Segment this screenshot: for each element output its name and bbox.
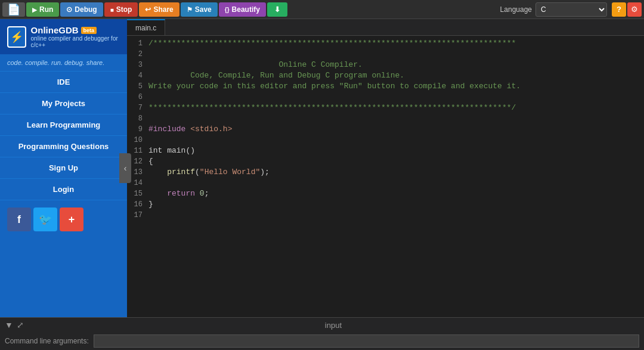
cmd-args-row: Command line arguments:: [0, 332, 644, 350]
expand-icon: ▼: [5, 320, 13, 330]
new-file-button[interactable]: 📄: [2, 2, 25, 17]
line-number: 10: [127, 135, 148, 145]
stop-label: Stop: [116, 5, 132, 14]
line-number: 9: [127, 124, 148, 135]
download-icon: [274, 5, 280, 14]
line-content: [148, 178, 644, 188]
brand-name: OnlineGDB: [31, 25, 79, 35]
line-content: [148, 49, 644, 60]
line-content: #include <stdio.h>: [148, 124, 644, 135]
stop-button[interactable]: Stop: [104, 2, 138, 17]
table-row: 1/**************************************…: [127, 38, 644, 49]
sidebar-item-my-projects[interactable]: My Projects: [0, 93, 127, 114]
plus-icon: +: [69, 213, 75, 226]
line-number: 16: [127, 199, 148, 210]
stop-icon: [110, 5, 114, 14]
tab-label: main.c: [135, 24, 156, 32]
twitter-button[interactable]: 🐦: [33, 207, 57, 231]
resize-icon-button[interactable]: ⤢: [17, 320, 24, 330]
plus-button[interactable]: +: [60, 207, 83, 231]
sidebar-item-learn-programming[interactable]: Learn Programming: [0, 114, 127, 136]
line-content: [148, 113, 644, 124]
editor-area: main.c 1/*******************************…: [127, 19, 644, 317]
table-row: 14: [127, 178, 644, 188]
share-icon: [145, 5, 151, 14]
line-content: ****************************************…: [148, 103, 644, 113]
line-number: 17: [127, 210, 148, 221]
table-row: 2: [127, 49, 644, 60]
line-content: {: [148, 156, 644, 167]
table-row: 7***************************************…: [127, 103, 644, 113]
settings-button[interactable]: ⚙: [627, 2, 642, 17]
editor-content[interactable]: 1/**************************************…: [127, 36, 644, 317]
download-button[interactable]: [267, 2, 287, 17]
line-content: [148, 210, 644, 221]
run-label: Run: [39, 5, 53, 14]
line-number: 2: [127, 49, 148, 60]
main-body: ⚡ OnlineGDB beta online compiler and deb…: [0, 19, 644, 317]
facebook-button[interactable]: f: [7, 207, 31, 231]
line-content: }: [148, 199, 644, 210]
input-section-label: input: [27, 321, 639, 330]
language-label: Language: [500, 5, 532, 14]
table-row: 13 printf("Hello World");: [127, 167, 644, 178]
sidebar-collapse-button[interactable]: ‹: [119, 153, 131, 183]
share-label: Share: [153, 5, 173, 14]
language-select[interactable]: C C++ Python Java C# JavaScript: [535, 2, 607, 17]
facebook-icon: f: [17, 213, 21, 226]
line-number: 6: [127, 92, 148, 103]
save-icon: [187, 5, 193, 14]
line-number: 1: [127, 38, 148, 49]
sidebar: ⚡ OnlineGDB beta online compiler and deb…: [0, 19, 127, 317]
table-row: 8: [127, 113, 644, 124]
file-icon: 📄: [7, 3, 20, 16]
chevron-left-icon: ‹: [124, 163, 127, 173]
line-content: [148, 92, 644, 103]
cmd-input[interactable]: [94, 334, 639, 348]
table-row: 3 Online C Compiler.: [127, 60, 644, 70]
line-number: 15: [127, 188, 148, 199]
table-row: 10: [127, 135, 644, 145]
share-button[interactable]: Share: [139, 2, 179, 17]
table-row: 16}: [127, 199, 644, 210]
help-button[interactable]: ?: [612, 2, 626, 17]
brand-logo: ⚡: [7, 26, 26, 48]
table-row: 15 return 0;: [127, 188, 644, 199]
line-number: 8: [127, 113, 148, 124]
beautify-label: Beautify: [232, 5, 260, 14]
line-content: Online C Compiler.: [148, 60, 644, 70]
debug-button[interactable]: Debug: [60, 2, 103, 17]
line-content: Write your code in this editor and press…: [148, 81, 644, 92]
line-content: printf("Hello World");: [148, 167, 644, 178]
table-row: 11int main(): [127, 145, 644, 156]
sidebar-item-login[interactable]: Login: [0, 179, 127, 200]
save-button[interactable]: Save: [181, 2, 218, 17]
sidebar-item-ide[interactable]: IDE: [0, 72, 127, 93]
run-button[interactable]: Run: [26, 2, 59, 17]
beautify-icon: [225, 5, 230, 14]
cmd-label: Command line arguments:: [5, 337, 89, 345]
lightning-icon: ⚡: [10, 30, 23, 44]
save-label: Save: [195, 5, 212, 14]
expand-icon-button[interactable]: ▼: [5, 320, 13, 330]
beautify-button[interactable]: Beautify: [219, 2, 266, 17]
language-section: Language C C++ Python Java C# JavaScript: [500, 2, 607, 17]
line-content: /***************************************…: [148, 38, 644, 49]
table-row: 17: [127, 210, 644, 221]
editor-tabs: main.c: [127, 19, 644, 36]
brand-beta: beta: [81, 27, 97, 34]
line-number: 3: [127, 60, 148, 70]
editor-tab-main-c[interactable]: main.c: [127, 19, 165, 35]
twitter-icon: 🐦: [39, 213, 52, 226]
toolbar: 📄 Run Debug Stop Share Save Beautify Lan…: [0, 0, 644, 19]
sidebar-item-programming-questions[interactable]: Programming Questions: [0, 136, 127, 157]
brand-header: ⚡ OnlineGDB beta online compiler and deb…: [0, 19, 127, 54]
table-row: 5Write your code in this editor and pres…: [127, 81, 644, 92]
sidebar-item-sign-up[interactable]: Sign Up: [0, 157, 127, 179]
social-buttons: f 🐦 +: [0, 200, 127, 239]
play-icon: [32, 5, 37, 14]
bottom-panel: ▼ ⤢ input Command line arguments:: [0, 317, 644, 350]
line-content: Code, Compile, Run and Debug C program o…: [148, 70, 644, 81]
table-row: 9#include <stdio.h>: [127, 124, 644, 135]
resize-icon: ⤢: [17, 320, 24, 330]
